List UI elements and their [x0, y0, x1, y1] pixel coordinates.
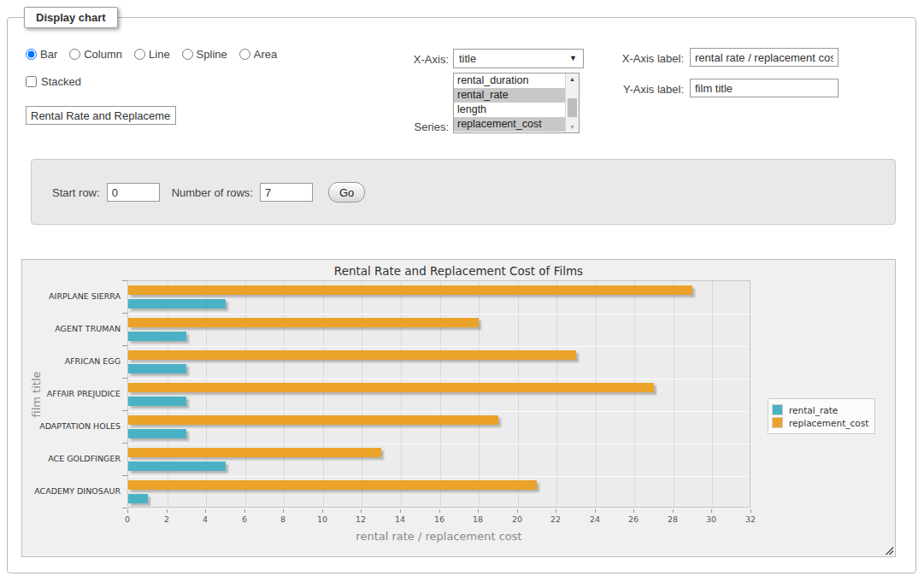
legend-entry-replacement_cost: replacement_cost [772, 417, 868, 428]
start-row-label: Start row: [52, 186, 100, 199]
x-tick-mark [322, 509, 323, 513]
series-option-rental_duration[interactable]: rental_duration [454, 73, 565, 88]
stacked-checkbox[interactable] [26, 76, 37, 87]
x-tick-mark [517, 509, 518, 513]
bar-replacement_cost [128, 285, 692, 295]
chart-type-option-column[interactable]: Column [69, 48, 122, 61]
chart-type-option-bar[interactable]: Bar [26, 48, 57, 61]
listbox-scrollbar[interactable]: ▲ ▼ [565, 73, 579, 132]
x-axis-label: X-Axis: [363, 53, 449, 66]
horizontal-gridline [128, 379, 750, 379]
x-tick-label: 12 [348, 514, 374, 524]
resize-handle-icon[interactable] [884, 545, 893, 555]
start-row-input[interactable] [107, 183, 160, 202]
x-tick-label: 18 [465, 514, 491, 524]
x-axis-selected-value: title [459, 52, 476, 65]
bar-replacement_cost [128, 318, 479, 327]
x-tick-label: 30 [698, 514, 724, 524]
chart-type-option-spline[interactable]: Spline [182, 48, 227, 61]
series-listbox[interactable]: rental_durationrental_ratelengthreplacem… [453, 73, 580, 133]
vertical-gridline [362, 281, 362, 507]
category-label: ACADEMY DINOSAUR [25, 486, 121, 496]
y-tick-mark [122, 378, 127, 379]
bar-replacement_cost [128, 415, 498, 425]
row-range-panel: Start row: Number of rows: Go [31, 159, 896, 225]
chart-legend: rental_ratereplacement_cost [768, 398, 875, 434]
x-tick-mark [633, 509, 634, 513]
vertical-gridline [284, 281, 285, 507]
y-tick-mark [122, 410, 127, 411]
vertical-gridline [401, 281, 402, 507]
vertical-gridline [556, 281, 557, 507]
scroll-up-icon[interactable]: ▲ [566, 73, 579, 85]
x-tick-mark [711, 509, 712, 513]
horizontal-gridline [128, 411, 750, 412]
x-tick-mark [127, 509, 128, 513]
dropdown-arrow-icon: ▼ [569, 54, 577, 62]
bar-rental_rate [128, 397, 186, 406]
legend-swatch-icon [772, 417, 783, 428]
chart-title: Rental Rate and Replacement Cost of Film… [22, 264, 895, 278]
y-axis-label-input[interactable] [690, 79, 839, 97]
bar-rental_rate [128, 364, 186, 373]
x-axis-label-input[interactable] [690, 48, 839, 67]
vertical-gridline [596, 281, 597, 507]
category-label: ADAPTATION HOLES [25, 421, 121, 431]
series-option-rental_rate[interactable]: rental_rate [454, 88, 565, 103]
chart-type-label: Spline [197, 48, 227, 61]
horizontal-gridline [128, 346, 750, 347]
vertical-gridline [674, 281, 674, 507]
chart-type-radio-bar[interactable] [26, 49, 37, 60]
chart-type-option-area[interactable]: Area [239, 48, 277, 61]
bar-replacement_cost [128, 480, 537, 490]
y-tick-mark [122, 443, 127, 444]
vertical-gridline [323, 281, 324, 507]
scroll-down-icon[interactable]: ▼ [566, 121, 579, 132]
fieldset-legend: Display chart [24, 7, 118, 28]
bar-rental_rate [128, 332, 186, 341]
legend-label: replacement_cost [789, 418, 868, 428]
stacked-label: Stacked [41, 75, 81, 88]
chart-type-radio-column[interactable] [69, 49, 80, 60]
x-tick-label: 0 [115, 514, 140, 524]
vertical-gridline [518, 281, 519, 507]
x-tick-label: 16 [427, 514, 452, 524]
category-label: AIRPLANE SIERRA [25, 291, 121, 301]
legend-swatch-icon [772, 404, 783, 415]
x-tick-label: 32 [738, 514, 763, 524]
series-option-replacement_cost[interactable]: replacement_cost [454, 117, 565, 132]
x-tick-mark [750, 509, 751, 513]
chart-type-radio-spline[interactable] [182, 49, 193, 60]
x-tick-label: 26 [621, 514, 646, 524]
y-tick-mark [122, 508, 127, 509]
bar-rental_rate [128, 299, 226, 309]
horizontal-gridline [128, 476, 750, 477]
go-button[interactable]: Go [328, 182, 365, 203]
chart-container: Rental Rate and Replacement Cost of Film… [21, 259, 896, 557]
category-label: AFRICAN EGG [25, 356, 121, 366]
vertical-gridline [245, 281, 246, 507]
chart-type-option-line[interactable]: Line [134, 48, 170, 61]
vertical-gridline [712, 281, 713, 507]
number-of-rows-input[interactable] [260, 183, 313, 202]
vertical-gridline [479, 281, 480, 507]
x-axis-select[interactable]: title ▼ [453, 49, 584, 68]
chart-title-input[interactable] [26, 106, 176, 125]
x-tick-label: 8 [270, 514, 296, 524]
bar-rental_rate [128, 494, 148, 503]
chart-type-label: Bar [40, 48, 57, 61]
chart-type-radio-group: BarColumnLineSplineArea [26, 48, 277, 61]
scrollbar-thumb[interactable] [568, 98, 577, 117]
x-tick-mark [595, 509, 596, 513]
x-tick-mark [439, 509, 440, 513]
chart-type-label: Area [254, 48, 277, 61]
series-option-length[interactable]: length [454, 103, 565, 117]
horizontal-gridline [128, 444, 750, 444]
number-of-rows-label: Number of rows: [172, 186, 253, 199]
chart-plot [127, 280, 750, 508]
chart-type-radio-line[interactable] [134, 49, 145, 60]
stacked-row: Stacked [26, 75, 81, 88]
chart-type-radio-area[interactable] [239, 49, 250, 60]
x-tick-label: 28 [660, 514, 686, 524]
x-tick-label: 4 [192, 514, 218, 524]
